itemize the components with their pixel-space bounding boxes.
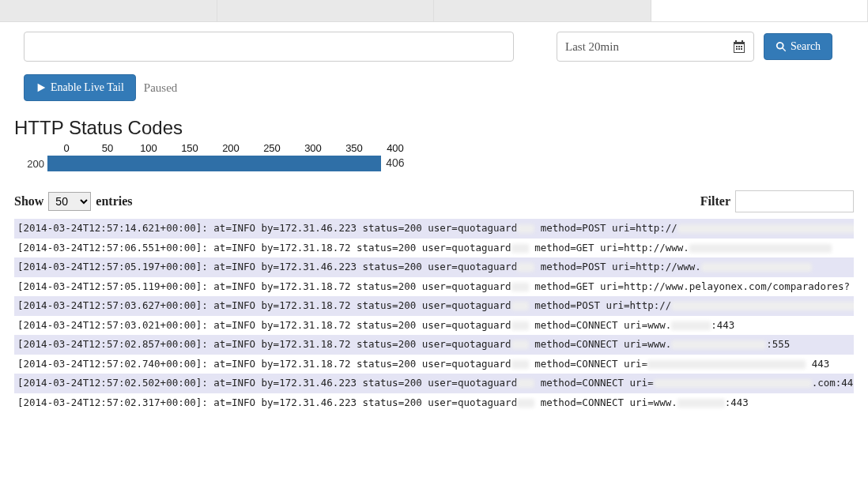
log-row[interactable]: [2014-03-24T12:57:02.740+00:00]: at=INFO… [14,355,854,374]
chart-bar [47,156,381,171]
redacted-segment [671,340,766,349]
search-button-label: Search [791,40,821,53]
redacted-segment [647,360,806,369]
log-row[interactable]: [2014-03-24T12:57:14.621+00:00]: at=INFO… [14,219,854,239]
log-row[interactable]: [2014-03-24T12:57:06.551+00:00]: at=INFO… [14,239,854,258]
redacted-segment [671,321,711,330]
redacted-segment [654,379,812,388]
time-range-label: Last 20min [565,40,619,54]
redacted-segment [511,244,529,253]
live-tail-status: Paused [144,81,178,95]
tab[interactable] [434,0,651,21]
redacted-segment [511,283,529,291]
live-tail-row: Enable Live Tail Paused [0,68,868,106]
section-title: HTTP Status Codes [0,106,868,142]
filter-input[interactable] [735,190,854,212]
search-icon [776,41,787,52]
status-code-chart: 050100150200250300350400 200406 [0,142,868,182]
redacted-segment [511,360,529,369]
query-input[interactable] [24,32,514,62]
live-tail-label: Enable Live Tail [51,81,124,94]
log-row[interactable]: [2014-03-24T12:57:02.857+00:00]: at=INFO… [14,335,854,355]
enable-live-tail-button[interactable]: Enable Live Tail [24,74,136,101]
entries-select[interactable]: 102550100 [48,192,91,211]
log-row[interactable]: [2014-03-24T12:57:02.502+00:00]: at=INFO… [14,374,854,393]
filter-label: Filter [700,194,730,209]
redacted-segment [677,224,854,233]
show-label: Show [14,194,43,209]
redacted-segment [511,340,529,349]
redacted-segment [701,263,812,272]
table-controls: Show 102550100 entries Filter [0,182,868,219]
redacted-segment [517,379,534,388]
search-bar-row: Last 20min Search [0,22,868,68]
redacted-segment [517,263,534,272]
tab-active[interactable] [651,0,869,21]
redacted-segment [517,224,534,233]
redacted-segment [689,244,832,253]
log-row[interactable]: [2014-03-24T12:57:02.317+00:00]: at=INFO… [14,393,854,413]
chart-row: 200406 [22,156,868,171]
chart-x-axis: 050100150200250300350400 [46,142,868,154]
redacted-segment [677,399,725,408]
play-icon [36,82,47,93]
chart-y-label: 200 [22,158,47,170]
calendar-icon [733,40,745,53]
redacted-segment [511,321,529,330]
tab[interactable] [217,0,435,21]
filter-box: Filter [700,190,854,212]
redacted-segment [511,302,529,310]
tab[interactable] [0,0,217,21]
log-row[interactable]: [2014-03-24T12:57:05.119+00:00]: at=INFO… [14,277,854,297]
show-entries: Show 102550100 entries [14,192,133,211]
entries-label: entries [96,194,132,209]
chart-value-label: 406 [386,156,404,169]
log-row[interactable]: [2014-03-24T12:57:03.021+00:00]: at=INFO… [14,316,854,336]
redacted-segment [517,399,534,408]
tabs-bar [0,0,868,22]
log-table: [2014-03-24T12:57:14.621+00:00]: at=INFO… [14,219,854,412]
log-row[interactable]: [2014-03-24T12:57:05.197+00:00]: at=INFO… [14,257,854,277]
time-range-picker[interactable]: Last 20min [557,32,754,62]
log-row[interactable]: [2014-03-24T12:57:03.627+00:00]: at=INFO… [14,296,854,316]
search-button[interactable]: Search [764,33,832,60]
redacted-segment [671,302,854,310]
